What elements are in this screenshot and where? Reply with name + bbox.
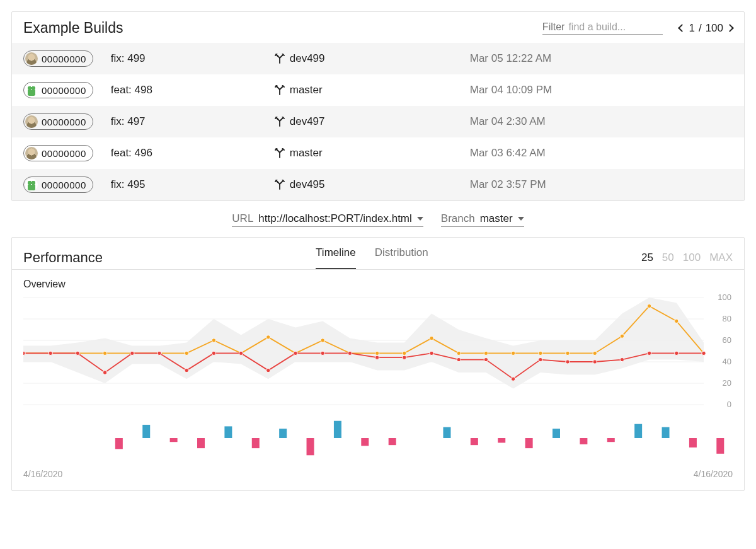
builds-card: Example Builds Filter 1 / 100 00000000fi…: [11, 11, 745, 201]
performance-title: Performance: [23, 250, 103, 266]
svg-point-55: [484, 357, 488, 361]
chevron-right-icon[interactable]: [726, 24, 734, 32]
svg-point-56: [511, 377, 515, 381]
commit-hash-pill[interactable]: 00000000: [23, 113, 93, 130]
builds-header: Example Builds Filter 1 / 100: [12, 12, 744, 43]
performance-header: Performance Timeline Distribution 25 50 …: [12, 238, 744, 269]
svg-point-26: [403, 351, 406, 355]
builds-list: 00000000fix: 499dev499Mar 05 12:22 AM000…: [12, 43, 744, 200]
pager-sep: /: [699, 22, 702, 35]
range-50[interactable]: 50: [662, 251, 674, 264]
range-options: 25 50 100 MAX: [641, 251, 733, 264]
svg-point-40: [76, 351, 79, 355]
build-branch: dev497: [275, 115, 470, 128]
svg-point-29: [484, 351, 488, 355]
svg-point-57: [539, 357, 542, 361]
svg-point-47: [266, 368, 270, 372]
svg-rect-79: [553, 429, 560, 438]
pager-page: 1: [689, 22, 694, 35]
range-max[interactable]: MAX: [709, 251, 733, 264]
svg-rect-74: [389, 438, 396, 445]
branch-selector[interactable]: Branch master: [441, 212, 524, 227]
build-title: fix: 495: [111, 178, 275, 191]
svg-point-30: [511, 351, 515, 355]
build-title: fix: 499: [111, 52, 275, 65]
svg-point-27: [430, 336, 433, 340]
range-25[interactable]: 25: [641, 251, 653, 264]
svg-point-63: [702, 351, 706, 355]
svg-point-23: [321, 338, 324, 342]
svg-point-52: [403, 355, 406, 359]
build-row[interactable]: 00000000fix: 495dev495Mar 02 3:57 PM: [12, 169, 744, 200]
svg-text:80: 80: [723, 314, 731, 323]
commit-hash-pill[interactable]: 00000000: [23, 50, 93, 67]
branch-name: dev495: [290, 178, 325, 191]
filter-field[interactable]: Filter: [542, 21, 663, 35]
build-row[interactable]: 00000000feat: 498masterMar 04 10:09 PM: [12, 74, 744, 106]
url-value: http://localhost:PORT/index.html: [258, 212, 411, 225]
build-time: Mar 04 10:09 PM: [470, 84, 552, 96]
branch-icon: [275, 54, 285, 64]
branch-icon: [275, 180, 285, 190]
chevron-down-icon: [417, 217, 423, 221]
filter-input[interactable]: [568, 21, 663, 33]
svg-rect-73: [361, 438, 369, 446]
selector-bar: URL http://localhost:PORT/index.html Bra…: [11, 201, 745, 237]
overview-label: Overview: [12, 270, 744, 290]
svg-text:100: 100: [718, 292, 731, 302]
branch-label: Branch: [441, 212, 475, 225]
tabs: Timeline Distribution: [316, 246, 428, 269]
commit-hash-pill[interactable]: 00000000: [23, 176, 93, 193]
svg-point-62: [675, 351, 679, 355]
svg-point-50: [348, 351, 352, 355]
svg-point-32: [566, 351, 570, 355]
build-row[interactable]: 00000000fix: 499dev499Mar 05 12:22 AM: [12, 43, 744, 74]
branch-name: master: [290, 84, 323, 96]
svg-rect-77: [498, 438, 505, 442]
svg-point-44: [185, 368, 188, 372]
pager: 1 / 100: [679, 22, 733, 35]
svg-point-46: [239, 351, 243, 355]
svg-rect-66: [170, 438, 178, 442]
branch-icon: [275, 85, 285, 95]
svg-rect-75: [443, 427, 450, 438]
svg-point-21: [266, 335, 270, 339]
build-branch: dev499: [275, 52, 470, 65]
svg-rect-70: [279, 429, 287, 438]
build-row[interactable]: 00000000feat: 496masterMar 03 6:42 AM: [12, 137, 744, 169]
branch-icon: [275, 148, 285, 158]
xaxis-dates: 4/16/2020 4/16/2020: [12, 460, 744, 490]
svg-point-61: [647, 351, 651, 355]
svg-rect-68: [224, 426, 232, 438]
build-title: feat: 498: [111, 84, 275, 96]
svg-rect-64: [115, 438, 123, 449]
branch-name: dev499: [290, 52, 325, 65]
svg-rect-82: [634, 424, 642, 438]
svg-rect-65: [142, 425, 150, 438]
build-row[interactable]: 00000000fix: 497dev497Mar 04 2:30 AM: [12, 106, 744, 137]
diff-bar-chart: [12, 416, 744, 460]
svg-point-54: [457, 357, 461, 361]
build-time: Mar 04 2:30 AM: [470, 115, 546, 128]
svg-point-18: [185, 351, 188, 355]
svg-point-25: [375, 351, 379, 355]
commit-hash-pill[interactable]: 00000000: [23, 82, 93, 98]
svg-text:60: 60: [723, 335, 731, 345]
chevron-left-icon[interactable]: [679, 24, 687, 32]
branch-icon: [275, 117, 285, 127]
url-selector[interactable]: URL http://localhost:PORT/index.html: [232, 212, 423, 227]
tab-timeline[interactable]: Timeline: [316, 246, 356, 269]
svg-rect-72: [334, 421, 341, 438]
svg-point-41: [103, 371, 106, 374]
xaxis-left: 4/16/2020: [23, 469, 62, 479]
tab-distribution[interactable]: Distribution: [375, 246, 428, 269]
build-branch: master: [275, 84, 470, 96]
range-100[interactable]: 100: [683, 251, 701, 264]
svg-point-15: [103, 351, 106, 355]
svg-point-59: [593, 360, 597, 364]
branch-name: master: [290, 147, 323, 159]
avatar-icon: [25, 84, 38, 96]
commit-hash-pill[interactable]: 00000000: [23, 145, 93, 161]
avatar-icon: [25, 178, 38, 191]
svg-rect-69: [252, 438, 260, 448]
